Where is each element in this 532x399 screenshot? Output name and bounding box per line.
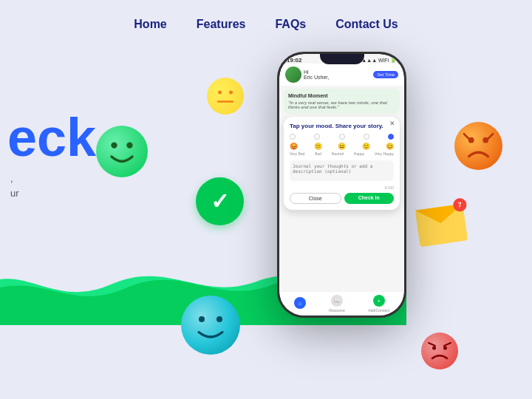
phone-time: 19:02 xyxy=(287,57,301,64)
checkmark-circle xyxy=(196,177,244,225)
user-avatar xyxy=(285,66,301,83)
mood-dot-5[interactable] xyxy=(388,134,394,140)
emoji-yellow-neutral xyxy=(207,78,244,115)
mood-emoji-veryhappy[interactable]: 😊 xyxy=(386,143,394,150)
nav-home[interactable]: Home xyxy=(134,18,166,31)
nav-features[interactable]: Features xyxy=(197,18,246,31)
svg-point-8 xyxy=(216,316,222,322)
mood-emoji-bad[interactable]: 😕 xyxy=(314,143,322,150)
popup-close-icon[interactable]: ✕ xyxy=(389,120,395,127)
phone-mockup: 19:02 ▲▲▲ WiFi 🔋 Hi Eric Usher, Set Time… xyxy=(277,52,406,318)
mail-envelope: 7 xyxy=(417,207,466,244)
envelope-badge: 7 xyxy=(452,197,467,212)
phone-signal: ▲▲▲ WiFi 🔋 xyxy=(361,58,397,64)
phone-screen: 19:02 ▲▲▲ WiFi 🔋 Hi Eric Usher, Set Time… xyxy=(279,54,404,316)
nav-faqs[interactable]: FAQs xyxy=(275,18,306,31)
mood-dot-2[interactable] xyxy=(314,134,320,140)
mood-dot-3[interactable] xyxy=(339,134,345,140)
svg-point-3 xyxy=(229,91,233,95)
svg-point-1 xyxy=(126,142,132,148)
mood-dot-4[interactable] xyxy=(364,134,369,140)
emoji-green-smile xyxy=(96,126,148,177)
mood-emoji-neutral[interactable]: 😐 xyxy=(338,143,346,150)
mood-emoji-happy[interactable]: 🙂 xyxy=(362,143,370,150)
close-button[interactable]: Close xyxy=(290,193,341,204)
checkin-button[interactable]: Check In xyxy=(344,193,395,204)
bottom-nav-resource[interactable]: 📖 Resource xyxy=(329,295,344,313)
mood-label-bad: Bad xyxy=(315,151,321,156)
mindful-moment-card: Mindful Moment "In a very real sense, we… xyxy=(284,89,400,114)
bottom-nav-add[interactable]: + Add/Connect xyxy=(368,295,389,313)
moment-title: Mindful Moment xyxy=(288,93,395,98)
mood-popup: ✕ Tap your mood. Share your story. 😡 😕 😐… xyxy=(284,117,400,210)
bottom-nav-home[interactable]: ⌂ xyxy=(294,297,306,310)
phone-bottom-nav: ⌂ 📖 Resource + Add/Connect xyxy=(279,292,404,316)
home-nav-icon: ⌂ xyxy=(294,297,306,309)
hero-section: eck , ur xyxy=(0,111,96,200)
svg-point-0 xyxy=(111,142,117,148)
mood-label-verybad: Very Bad xyxy=(290,151,304,156)
journal-textarea[interactable] xyxy=(290,160,394,181)
svg-point-7 xyxy=(199,316,205,322)
mood-dot-1[interactable] xyxy=(290,134,296,140)
phone-app-header: Hi Eric Usher, Set Time xyxy=(279,64,404,86)
emoji-red-angry xyxy=(421,332,458,369)
resource-nav-icon: 📖 xyxy=(331,295,343,307)
hero-title: eck xyxy=(0,111,96,164)
envelope-body: 7 xyxy=(415,204,468,248)
navigation: Home Features FAQs Contact Us xyxy=(0,0,532,43)
user-greeting: Hi Eric Usher, xyxy=(304,69,329,80)
svg-point-2 xyxy=(218,91,222,95)
popup-title: Tap your mood. Share your story. xyxy=(290,123,394,129)
emoji-blue-smile xyxy=(181,296,240,355)
mood-dots xyxy=(290,134,394,140)
char-count: 0/100 xyxy=(290,185,394,190)
nav-contact[interactable]: Contact Us xyxy=(335,18,398,31)
add-nav-icon: + xyxy=(373,295,385,307)
mood-label-happy: Happy xyxy=(354,151,364,156)
phone-notch xyxy=(320,54,364,64)
moment-quote: "In a very real sense, we have two minds… xyxy=(288,100,395,109)
phone-device: 19:02 ▲▲▲ WiFi 🔋 Hi Eric Usher, Set Time… xyxy=(277,52,406,318)
mood-label-row: Very Bad Bad Neutral Happy Very Happy xyxy=(290,151,394,156)
set-time-button[interactable]: Set Time xyxy=(373,71,398,78)
popup-action-buttons: Close Check In xyxy=(290,193,394,204)
svg-point-9 xyxy=(432,347,436,350)
mood-emoji-verybad[interactable]: 😡 xyxy=(290,143,298,150)
emoji-orange-sad xyxy=(454,122,502,170)
hero-subtitle: , ur xyxy=(0,171,96,200)
mood-label-neutral: Neutral xyxy=(332,151,344,156)
svg-point-10 xyxy=(443,347,447,350)
mood-emoji-row: 😡 😕 😐 🙂 😊 xyxy=(290,143,394,150)
mood-label-veryhappy: Very Happy xyxy=(375,151,394,156)
